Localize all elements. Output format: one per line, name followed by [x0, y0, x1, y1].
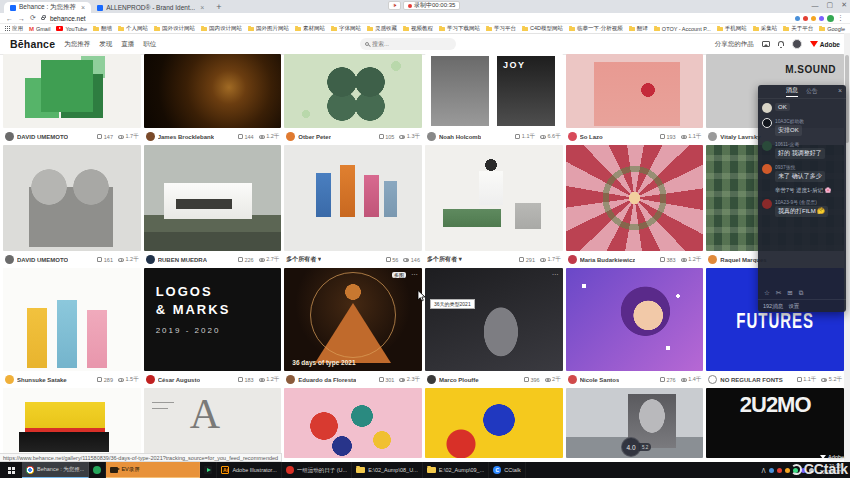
tray-expand-icon[interactable]: ᐱ [762, 467, 766, 474]
bookmark-youtube[interactable]: YouTube [56, 26, 87, 32]
author-name[interactable]: Nicole Santos [580, 377, 620, 383]
author-name[interactable]: So Lazo [580, 134, 603, 140]
image-attach-icon[interactable]: ⊞ [787, 289, 792, 297]
speed-value[interactable]: 4.0 [621, 437, 641, 457]
author-avatar[interactable] [146, 375, 155, 384]
bookmark-item[interactable]: 个人网站 [118, 25, 148, 32]
chat-close-icon[interactable]: × [838, 87, 842, 94]
project-image[interactable] [3, 145, 141, 251]
author-name[interactable]: Eduardo da Floresta [298, 377, 356, 383]
image-icon[interactable] [762, 41, 770, 47]
tab-close-icon[interactable]: × [81, 4, 85, 11]
bookmark-item[interactable]: Google [819, 26, 845, 32]
bookmark-item[interactable]: 手机网站 [717, 25, 747, 32]
minimize-button[interactable]: — [812, 2, 819, 9]
project-image[interactable] [3, 268, 141, 371]
author-avatar[interactable] [5, 255, 14, 264]
like-icon[interactable] [97, 134, 102, 139]
more-options-icon[interactable]: … [552, 269, 559, 276]
like-icon[interactable] [238, 134, 243, 139]
bookmark-item[interactable]: 关于平台 [783, 25, 813, 32]
project-image[interactable] [144, 54, 282, 128]
extension-icon[interactable] [819, 16, 824, 21]
author-name[interactable]: César Augusto [158, 377, 200, 383]
project-image[interactable] [284, 54, 422, 128]
recording-pill[interactable]: 录制中00:00:35 [403, 1, 460, 10]
search-box[interactable] [360, 38, 456, 50]
taskbar-app-chrome[interactable]: Behance : 为您推... [22, 462, 89, 478]
like-icon[interactable] [660, 257, 665, 262]
project-image[interactable]: 2U2MO [706, 388, 844, 458]
bookmark-item[interactable]: 国内设计网站 [201, 25, 242, 32]
like-icon[interactable] [797, 377, 802, 382]
project-image[interactable]: 多图 … 36 days of type 2021 [284, 268, 422, 371]
taskbar-app-folder2[interactable]: E:\02_Aump\09_... [423, 462, 490, 478]
tab-allenprod[interactable]: ALLENPROD® - Brand Ident... × [91, 2, 210, 13]
author-avatar[interactable] [286, 132, 295, 141]
project-image[interactable] [3, 388, 141, 458]
favorite-icon[interactable]: ☆ [764, 289, 770, 297]
forward-icon[interactable]: → [18, 15, 25, 22]
url-text[interactable]: behance.net [50, 15, 86, 22]
bookmark-item[interactable]: C4D模型网站 [522, 25, 563, 32]
bell-icon[interactable] [778, 41, 784, 46]
nav-livestreams[interactable]: 直播 [121, 40, 134, 49]
nav-for-you[interactable]: 为您推荐 [64, 40, 90, 49]
taskbar-app-player[interactable] [200, 462, 217, 478]
bookmark-item[interactable]: 素材网站 [295, 25, 325, 32]
author-avatar[interactable] [146, 255, 155, 264]
project-image[interactable] [144, 145, 282, 251]
project-image[interactable]: A [144, 388, 282, 458]
extension-icon[interactable] [795, 16, 800, 21]
message-count[interactable]: 192消息 [763, 303, 783, 310]
bookmark-item[interactable]: OTOY - Account P... [654, 26, 711, 32]
like-icon[interactable] [238, 257, 243, 262]
bookmark-item[interactable]: 翻译 [629, 25, 648, 32]
speed-widget[interactable]: 4.0 5.2 [621, 437, 651, 457]
author-name[interactable]: Otber Peter [298, 134, 331, 140]
bookmark-item[interactable]: 临摹一下·分析视频 [569, 25, 623, 32]
author-name[interactable]: Shunsuke Satake [17, 377, 67, 383]
taskbar-app-green[interactable] [89, 462, 106, 478]
project-image[interactable]: … [425, 268, 563, 371]
chat-message[interactable]: 10A23-9号 (金星蛋) 我真的打FILM 🤔 [762, 199, 842, 217]
chat-message[interactable]: 0937张悦 来了 确认了多少 [762, 164, 842, 182]
author-avatar[interactable] [708, 375, 717, 384]
author-avatar[interactable] [146, 132, 155, 141]
reload-icon[interactable]: ⟳ [30, 14, 36, 22]
bookmark-gmail[interactable]: MGmail [29, 26, 50, 32]
like-icon[interactable] [379, 377, 384, 382]
author-avatar[interactable] [427, 132, 436, 141]
like-icon[interactable] [97, 377, 102, 382]
bookmark-item[interactable]: 国外图片网站 [248, 25, 289, 32]
close-button[interactable]: ✕ [841, 1, 847, 9]
share-work-link[interactable]: 分享您的作品 [715, 40, 754, 49]
project-image[interactable]: LOGOS & MARKS 2019 - 2020 [144, 268, 282, 371]
screenshot-icon[interactable]: ⧉ [799, 289, 804, 297]
author-name[interactable]: Maria Budarkiewicz [580, 257, 636, 263]
chat-tab-notice[interactable]: 公告 [806, 87, 818, 96]
tab-behance[interactable]: Behance : 为您推荐 × [4, 2, 91, 13]
taskbar-app-illustrator[interactable]: AiAdobe Illustrator... [217, 462, 281, 478]
project-image[interactable] [3, 54, 141, 128]
start-button[interactable] [0, 462, 22, 478]
chat-message[interactable]: 辛苦7号 进度1-后记 🌸 [775, 187, 842, 194]
bookmark-item[interactable]: 学习下载网站 [439, 25, 480, 32]
taskbar-app-cctalk[interactable]: CCCtalk [489, 462, 526, 478]
browser-menu-icon[interactable]: ⋮ [837, 14, 844, 22]
chat-tab-messages[interactable]: 消息 [786, 86, 798, 97]
author-name[interactable]: James Brocklebank [158, 134, 214, 140]
author-avatar[interactable] [427, 375, 436, 384]
author-avatar[interactable] [286, 375, 295, 384]
taskbar-app-doc[interactable]: 一组运动的日子 (U... [282, 462, 352, 478]
chat-message[interactable]: 10611-念奇 好的 我调整好了 [762, 141, 842, 159]
adobe-logo[interactable]: Adobe [810, 41, 840, 48]
back-icon[interactable]: ← [6, 15, 13, 22]
new-tab-button[interactable]: + [216, 2, 221, 12]
like-icon[interactable] [519, 257, 524, 262]
author-name[interactable]: 多个所有者 ▾ [427, 255, 462, 264]
nav-jobs[interactable]: 职位 [143, 40, 156, 49]
author-avatar[interactable] [568, 255, 577, 264]
author-avatar[interactable] [708, 132, 717, 141]
project-image[interactable] [566, 145, 704, 251]
